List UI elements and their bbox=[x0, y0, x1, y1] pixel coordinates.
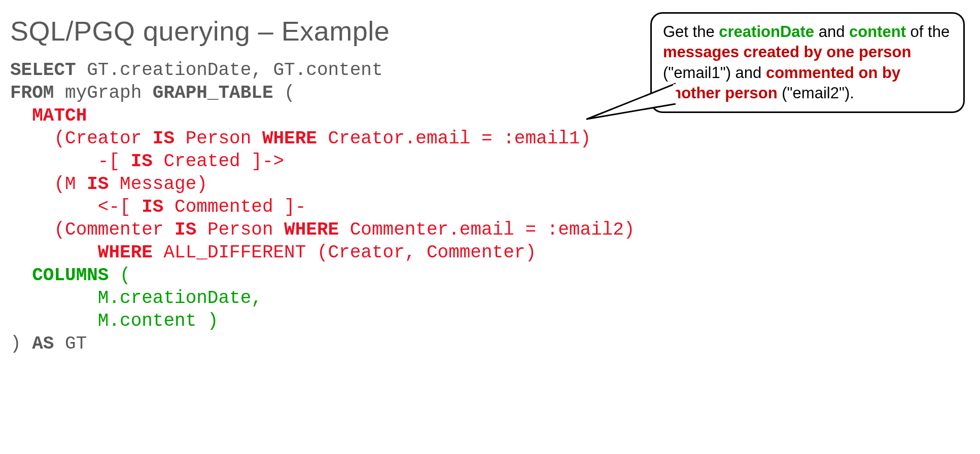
code-indent bbox=[10, 151, 98, 172]
match-pattern: (Commenter bbox=[54, 219, 174, 240]
kw-where: WHERE bbox=[262, 128, 317, 149]
code-indent bbox=[10, 242, 98, 263]
edge-pattern: -[ bbox=[98, 151, 131, 172]
match-pattern: Commenter.email = :email2) bbox=[339, 219, 635, 240]
kw-select: SELECT bbox=[10, 60, 76, 81]
callout-text: of the bbox=[906, 23, 950, 41]
code-indent bbox=[10, 105, 32, 126]
code-text: ) bbox=[10, 333, 32, 354]
match-pattern: Message) bbox=[109, 174, 207, 195]
match-pattern: Person bbox=[174, 128, 262, 149]
kw-is: IS bbox=[87, 174, 109, 195]
kw-is: IS bbox=[153, 128, 174, 149]
match-pattern: Creator.email = :email1) bbox=[317, 128, 591, 149]
kw-is: IS bbox=[174, 219, 196, 240]
code-indent bbox=[10, 197, 98, 217]
kw-columns: COLUMNS bbox=[32, 265, 109, 286]
callout-text: and bbox=[814, 23, 849, 41]
match-pattern: Person bbox=[196, 219, 284, 240]
callout-highlight-red: messages created by one person bbox=[663, 43, 911, 61]
code-indent bbox=[10, 174, 54, 195]
edge-pattern: <-[ bbox=[98, 197, 142, 217]
columns-paren: ( bbox=[109, 265, 130, 286]
kw-where: WHERE bbox=[284, 219, 339, 240]
speech-bubble-tail-icon bbox=[584, 81, 676, 122]
code-text: myGraph bbox=[54, 83, 152, 103]
kw-from: FROM bbox=[10, 83, 54, 103]
callout-text: ("email2"). bbox=[778, 84, 854, 102]
kw-is: IS bbox=[131, 151, 153, 172]
match-pattern: (M bbox=[54, 174, 87, 195]
callout-text: Get the bbox=[663, 23, 719, 41]
code-indent bbox=[10, 219, 54, 240]
column-value: M.creationDate, bbox=[98, 288, 262, 309]
code-text: GT.creationDate, GT.content bbox=[76, 60, 383, 81]
edge-pattern: Commented ]- bbox=[163, 197, 306, 217]
code-indent bbox=[10, 128, 54, 149]
callout-text: ("email1") and bbox=[663, 64, 766, 82]
match-pattern: (Creator bbox=[54, 128, 152, 149]
kw-graph-table: GRAPH_TABLE bbox=[153, 83, 273, 103]
code-indent bbox=[10, 288, 98, 309]
code-text: ( bbox=[273, 83, 295, 103]
kw-as: AS bbox=[32, 333, 54, 354]
kw-where: WHERE bbox=[98, 242, 153, 263]
code-indent bbox=[10, 311, 98, 331]
edge-pattern: Created ]-> bbox=[153, 151, 284, 172]
column-value: M.content ) bbox=[98, 311, 219, 331]
kw-match: MATCH bbox=[32, 105, 87, 126]
kw-is: IS bbox=[142, 197, 163, 217]
callout-highlight-green: creationDate bbox=[719, 23, 814, 41]
code-text: GT bbox=[54, 333, 87, 354]
where-clause: ALL_DIFFERENT (Creator, Commenter) bbox=[153, 242, 536, 263]
code-indent bbox=[10, 265, 32, 286]
explanation-callout: Get the creationDate and content of the … bbox=[650, 12, 965, 113]
callout-highlight-green: content bbox=[849, 23, 906, 41]
